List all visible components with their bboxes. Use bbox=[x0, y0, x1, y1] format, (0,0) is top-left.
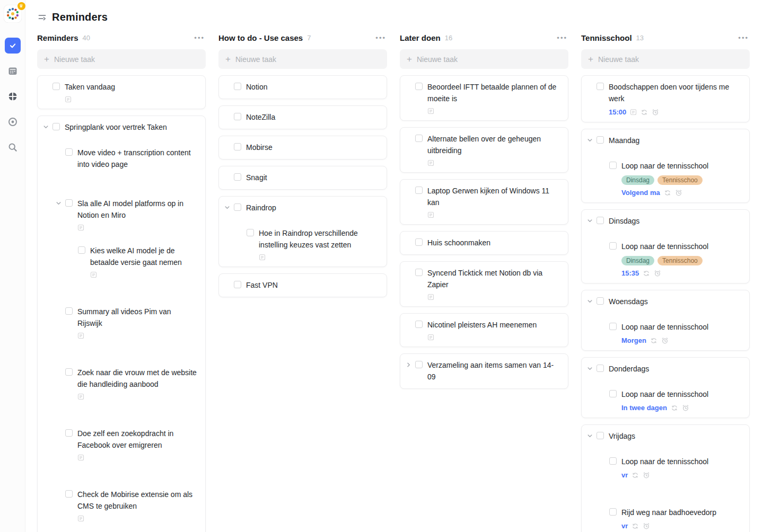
new-task-input[interactable]: +Nieuwe taak bbox=[218, 49, 387, 69]
task-row[interactable]: Alternate bellen over de geheugen uitbre… bbox=[415, 133, 560, 156]
task-row[interactable]: Check de Mobirise extensie om als CMS te… bbox=[65, 489, 198, 512]
task-row[interactable]: Mobirse bbox=[234, 141, 379, 153]
task-checkbox[interactable] bbox=[65, 429, 73, 437]
new-task-input[interactable]: +Nieuwe taak bbox=[37, 49, 206, 69]
column-menu-ellipsis-icon[interactable]: ••• bbox=[556, 34, 568, 42]
task-checkbox[interactable] bbox=[65, 148, 73, 156]
task-row[interactable]: Verzameling aan items samen van 14-09 bbox=[415, 359, 560, 383]
task-row[interactable]: Nicotinel pleisters AH meenemen bbox=[415, 319, 560, 331]
column-menu-ellipsis-icon[interactable]: ••• bbox=[737, 34, 750, 42]
sidebar-item-tasks[interactable] bbox=[5, 38, 21, 54]
chevron-right-icon[interactable] bbox=[406, 362, 411, 368]
task-row[interactable]: Move video + transcription content into … bbox=[65, 147, 198, 170]
task-card[interactable]: Huis schoonmaken bbox=[400, 231, 568, 255]
task-checkbox[interactable] bbox=[597, 83, 604, 90]
task-checkbox[interactable] bbox=[609, 508, 617, 516]
task-card[interactable]: Verzameling aan items samen van 14-09 bbox=[400, 353, 568, 389]
task-checkbox[interactable] bbox=[78, 246, 85, 254]
task-card[interactable]: Laptop Gerwen kijken of Windows 11 kan bbox=[400, 179, 568, 225]
task-card[interactable]: Taken vandaag bbox=[37, 75, 206, 109]
task-checkbox[interactable] bbox=[234, 203, 241, 211]
task-row[interactable]: Vrijdags bbox=[597, 430, 742, 442]
chevron-down-icon[interactable] bbox=[587, 218, 593, 224]
task-row[interactable]: Taken vandaag bbox=[52, 81, 198, 93]
chevron-down-icon[interactable] bbox=[224, 205, 230, 210]
task-checkbox[interactable] bbox=[65, 199, 73, 207]
task-row[interactable]: Zoek naar die vrouw met de website die h… bbox=[65, 367, 198, 390]
tag-dinsdag[interactable]: Dinsdag bbox=[621, 256, 654, 265]
task-card[interactable]: Notion bbox=[218, 75, 387, 99]
sidebar-item-habit[interactable] bbox=[5, 114, 21, 130]
chevron-down-icon[interactable] bbox=[587, 298, 593, 304]
task-card[interactable]: Mobirse bbox=[218, 136, 387, 159]
task-checkbox[interactable] bbox=[415, 187, 423, 194]
task-row[interactable]: Doe zelf een zoekopdracht in Facebook ov… bbox=[65, 428, 198, 451]
task-checkbox[interactable] bbox=[597, 217, 604, 224]
task-checkbox[interactable] bbox=[597, 365, 604, 372]
task-row[interactable]: Maandag bbox=[597, 135, 742, 146]
task-card[interactable]: Syncend Ticktick met Notion db via Zapie… bbox=[400, 261, 568, 307]
task-card[interactable]: Nicotinel pleisters AH meenemen bbox=[400, 313, 568, 347]
task-card[interactable]: VrijdagsLoop naar de tennisschoolvrRijd … bbox=[581, 424, 750, 532]
sidebar-item-matrix[interactable] bbox=[5, 88, 21, 104]
column-menu-ellipsis-icon[interactable]: ••• bbox=[374, 34, 387, 42]
task-checkbox[interactable] bbox=[234, 173, 241, 181]
task-checkbox[interactable] bbox=[609, 390, 617, 397]
task-checkbox[interactable] bbox=[234, 83, 241, 90]
task-row[interactable]: Loop naar de tennisschool bbox=[609, 388, 742, 400]
task-checkbox[interactable] bbox=[247, 229, 254, 236]
task-checkbox[interactable] bbox=[234, 113, 241, 120]
task-row[interactable]: Snagit bbox=[234, 172, 379, 183]
task-card[interactable]: Boodschappen doen voor tijdens me werk15… bbox=[581, 75, 750, 122]
column-menu-ellipsis-icon[interactable]: ••• bbox=[193, 34, 206, 42]
tag-tennisschoo[interactable]: Tennisschoo bbox=[657, 175, 703, 185]
task-row[interactable]: Springplank voor vertrek Taken bbox=[52, 121, 198, 133]
task-card[interactable]: WoensdagsLoop naar de tennisschoolMorgen bbox=[581, 290, 750, 351]
task-row[interactable]: Donderdags bbox=[597, 363, 742, 375]
task-row[interactable]: Sla alle AI model platforms op in Notion… bbox=[65, 198, 198, 221]
task-row[interactable]: Summary all videos Pim van Rijswijk bbox=[65, 306, 198, 329]
task-checkbox[interactable] bbox=[415, 361, 423, 368]
task-checkbox[interactable] bbox=[415, 83, 423, 90]
task-checkbox[interactable] bbox=[597, 297, 604, 305]
chevron-down-icon[interactable] bbox=[587, 433, 593, 439]
task-row[interactable]: Loop naar de tennisschool bbox=[609, 160, 742, 172]
new-task-input[interactable]: +Nieuwe taak bbox=[400, 49, 568, 69]
task-row[interactable]: Huis schoonmaken bbox=[415, 237, 560, 249]
task-checkbox[interactable] bbox=[234, 281, 241, 288]
task-row[interactable]: Hoe in Raindrop verschillende instelling… bbox=[247, 227, 379, 251]
chevron-down-icon[interactable] bbox=[43, 124, 49, 130]
task-card[interactable]: Snagit bbox=[218, 166, 387, 190]
task-card[interactable]: DonderdagsLoop naar de tennisschoolIn tw… bbox=[581, 357, 750, 418]
task-card[interactable]: RaindropHoe in Raindrop verschillende in… bbox=[218, 196, 387, 267]
task-row[interactable]: Rijd weg naar badhoevedorp bbox=[609, 507, 742, 518]
task-row[interactable]: Raindrop bbox=[234, 202, 379, 214]
task-card[interactable]: Alternate bellen over de geheugen uitbre… bbox=[400, 127, 568, 173]
task-checkbox[interactable] bbox=[65, 307, 73, 315]
task-card[interactable]: Fast VPN bbox=[218, 273, 387, 297]
task-row[interactable]: Laptop Gerwen kijken of Windows 11 kan bbox=[415, 185, 560, 208]
task-row[interactable]: Syncend Ticktick met Notion db via Zapie… bbox=[415, 267, 560, 290]
task-checkbox[interactable] bbox=[609, 323, 617, 330]
sidebar-item-search[interactable] bbox=[5, 139, 21, 155]
collapse-sidebar-icon[interactable] bbox=[37, 12, 47, 22]
chevron-down-icon[interactable] bbox=[56, 200, 62, 206]
new-task-input[interactable]: +Nieuwe taak bbox=[581, 49, 750, 69]
task-row[interactable]: Loop naar de tennisschool bbox=[609, 456, 742, 467]
chevron-down-icon[interactable] bbox=[587, 366, 593, 371]
task-checkbox[interactable] bbox=[415, 238, 423, 246]
task-row[interactable]: Boodschappen doen voor tijdens me werk bbox=[597, 81, 742, 104]
chevron-down-icon[interactable] bbox=[587, 137, 593, 143]
avatar[interactable]: ♛ bbox=[4, 5, 22, 23]
task-row[interactable]: Notion bbox=[234, 81, 379, 93]
task-checkbox[interactable] bbox=[609, 457, 617, 465]
task-checkbox[interactable] bbox=[415, 321, 423, 328]
task-checkbox[interactable] bbox=[65, 368, 73, 376]
task-card[interactable]: NoteZilla bbox=[218, 105, 387, 129]
task-row[interactable]: Dinsdags bbox=[597, 215, 742, 227]
sidebar-item-calendar[interactable] bbox=[5, 63, 21, 79]
task-checkbox[interactable] bbox=[65, 490, 73, 498]
task-checkbox[interactable] bbox=[609, 242, 617, 250]
tag-dinsdag[interactable]: Dinsdag bbox=[621, 175, 654, 185]
task-row[interactable]: Beoordeel IFTT betaalde plannen of de mo… bbox=[415, 81, 560, 104]
